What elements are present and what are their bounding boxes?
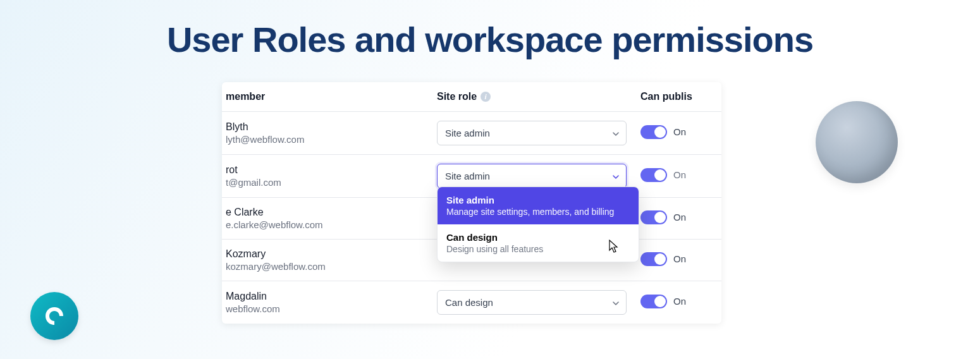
member-email: lyth@webflow.com bbox=[226, 134, 437, 145]
info-icon[interactable]: i bbox=[481, 92, 491, 102]
pointer-cursor-icon bbox=[606, 239, 620, 258]
member-email: t@gmail.com bbox=[226, 177, 437, 188]
site-role-select[interactable]: Site admin bbox=[437, 164, 627, 188]
site-role-dropdown[interactable]: Site adminManage site settings, members,… bbox=[437, 186, 639, 262]
can-publish-toggle[interactable]: On bbox=[640, 252, 686, 266]
member-email: kozmary@webflow.com bbox=[226, 261, 437, 272]
header-site-role: Site role i bbox=[437, 91, 640, 102]
toggle-switch[interactable] bbox=[640, 168, 667, 182]
publish-cell: On bbox=[640, 295, 716, 311]
publish-cell: On bbox=[640, 252, 716, 269]
permissions-panel: member Site role i Can publis Blythlyth@… bbox=[222, 82, 721, 324]
logo-icon bbox=[42, 303, 67, 329]
can-publish-toggle[interactable]: On bbox=[640, 210, 686, 224]
member-name: Magdalin bbox=[226, 291, 437, 302]
chevron-down-icon bbox=[612, 300, 618, 306]
toggle-switch[interactable] bbox=[640, 210, 667, 224]
table-row: Blythlyth@webflow.comSite adminOn bbox=[222, 112, 721, 155]
publish-cell: On bbox=[640, 168, 716, 185]
member-email: e.clarke@webflow.com bbox=[226, 219, 437, 230]
member-cell: Kozmarykozmary@webflow.com bbox=[222, 248, 437, 272]
header-member: member bbox=[222, 91, 437, 102]
toggle-switch[interactable] bbox=[640, 295, 667, 308]
role-cell: Site admin bbox=[437, 164, 640, 188]
member-name: Kozmary bbox=[226, 248, 437, 260]
publish-cell: On bbox=[640, 210, 716, 227]
toggle-label: On bbox=[673, 212, 686, 222]
dropdown-option-title: Site admin bbox=[446, 195, 630, 205]
can-publish-toggle[interactable]: On bbox=[640, 125, 686, 139]
dropdown-option-desc: Manage site settings, members, and billi… bbox=[446, 207, 630, 217]
decorative-sphere bbox=[816, 101, 898, 183]
page-title: User Roles and workspace permissions bbox=[0, 0, 980, 60]
role-cell: Site admin bbox=[437, 121, 640, 145]
member-name: e Clarke bbox=[226, 207, 437, 218]
member-name: Blyth bbox=[226, 121, 437, 133]
can-publish-toggle[interactable]: On bbox=[640, 168, 686, 182]
member-cell: rott@gmail.com bbox=[222, 164, 437, 188]
dropdown-option[interactable]: Site adminManage site settings, members,… bbox=[438, 187, 639, 224]
chevron-down-icon bbox=[612, 173, 618, 180]
member-cell: e Clarkee.clarke@webflow.com bbox=[222, 207, 437, 230]
site-role-value: Site admin bbox=[445, 128, 490, 138]
header-can-publish: Can publis bbox=[640, 91, 716, 102]
dropdown-option-title: Can design bbox=[446, 232, 630, 243]
toggle-label: On bbox=[673, 169, 686, 180]
toggle-switch[interactable] bbox=[640, 125, 667, 139]
toggle-label: On bbox=[673, 296, 686, 307]
role-cell: Can design bbox=[437, 290, 640, 315]
toggle-switch[interactable] bbox=[640, 252, 667, 266]
table-header: member Site role i Can publis bbox=[222, 82, 721, 112]
site-role-select[interactable]: Site admin bbox=[437, 121, 627, 145]
site-role-value: Site admin bbox=[445, 171, 490, 181]
member-cell: Magdalinwebflow.com bbox=[222, 291, 437, 314]
table-row: Magdalinwebflow.comCan designOn bbox=[222, 281, 721, 324]
toggle-label: On bbox=[673, 126, 686, 137]
can-publish-toggle[interactable]: On bbox=[640, 295, 686, 308]
member-cell: Blythlyth@webflow.com bbox=[222, 121, 437, 145]
header-site-role-label: Site role bbox=[437, 91, 477, 102]
chevron-down-icon bbox=[612, 130, 618, 137]
toggle-label: On bbox=[673, 253, 686, 264]
member-name: rot bbox=[226, 164, 437, 176]
table-row: rott@gmail.comSite adminOnSite adminMana… bbox=[222, 155, 721, 198]
dropdown-option-desc: Design using all features bbox=[446, 244, 630, 254]
member-email: webflow.com bbox=[226, 303, 437, 314]
site-role-value: Can design bbox=[445, 297, 493, 308]
site-role-select[interactable]: Can design bbox=[437, 290, 627, 315]
brand-logo bbox=[30, 292, 78, 340]
publish-cell: On bbox=[640, 125, 716, 142]
